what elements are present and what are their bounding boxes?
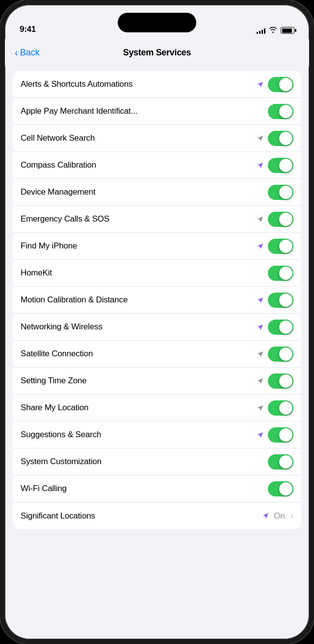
row-right-motion-calibration <box>256 293 293 308</box>
row-significant-locations[interactable]: Significant Locations On › <box>13 502 301 529</box>
row-right-apple-pay <box>268 104 293 119</box>
location-arrow-purple-icon <box>262 512 270 520</box>
row-right-wifi-calling <box>268 481 293 496</box>
row-right-alerts-shortcuts <box>256 77 293 92</box>
toggle-knob <box>279 401 292 415</box>
signal-bars-icon <box>257 27 265 34</box>
signal-bar-3 <box>262 30 263 34</box>
row-setting-time-zone: Setting Time Zone <box>13 368 301 395</box>
toggle-emergency-calls[interactable] <box>268 212 293 227</box>
toggle-setting-time-zone[interactable] <box>268 373 293 389</box>
location-arrow-gray-icon <box>256 377 264 385</box>
row-right-networking-wireless <box>256 320 293 335</box>
row-label-emergency-calls: Emergency Calls & SOS <box>21 214 256 224</box>
row-emergency-calls: Emergency Calls & SOS <box>13 206 301 233</box>
page-title: System Services <box>123 48 191 58</box>
row-label-wifi-calling: Wi-Fi Calling <box>21 484 268 494</box>
location-arrow-purple-icon <box>256 323 264 331</box>
row-right-emergency-calls <box>256 212 293 227</box>
dynamic-island <box>118 13 196 32</box>
back-button[interactable]: ‹ Back <box>15 47 40 58</box>
row-device-management: Device Management <box>13 179 301 206</box>
row-label-share-my-location: Share My Location <box>21 403 256 413</box>
chevron-right-icon: › <box>291 512 293 520</box>
row-label-homekit: HomeKit <box>21 268 268 278</box>
row-label-device-management: Device Management <box>21 187 268 197</box>
toggle-knob <box>279 428 292 442</box>
toggle-knob <box>279 347 292 361</box>
row-label-satellite-connection: Satellite Connection <box>21 349 256 359</box>
significant-locations-value: On <box>274 511 285 521</box>
row-label-motion-calibration: Motion Calibration & Distance <box>21 295 256 305</box>
toggle-find-my-iphone[interactable] <box>268 239 293 254</box>
toggle-knob <box>279 78 292 91</box>
settings-group: Alerts & Shortcuts Automations Apple Pay… <box>13 71 301 529</box>
row-networking-wireless: Networking & Wireless <box>13 314 301 341</box>
location-arrow-gray-icon <box>256 134 264 142</box>
toggle-networking-wireless[interactable] <box>268 320 293 335</box>
row-wifi-calling: Wi-Fi Calling <box>13 475 301 502</box>
battery-icon <box>281 27 294 34</box>
row-motion-calibration: Motion Calibration & Distance <box>13 287 301 314</box>
toggle-system-customization[interactable] <box>268 454 293 470</box>
toggle-device-management[interactable] <box>268 185 293 200</box>
row-label-setting-time-zone: Setting Time Zone <box>21 376 256 386</box>
toggle-suggestions-search[interactable] <box>268 427 293 443</box>
row-apple-pay: Apple Pay Merchant Identificat... <box>13 98 301 125</box>
back-label: Back <box>20 48 40 58</box>
toggle-compass-calibration[interactable] <box>268 158 293 173</box>
row-label-system-customization: System Customization <box>21 457 268 467</box>
toggle-share-my-location[interactable] <box>268 400 293 416</box>
toggle-motion-calibration[interactable] <box>268 293 293 308</box>
nav-bar: ‹ Back System Services <box>5 39 309 66</box>
row-right-device-management <box>268 185 293 200</box>
toggle-alerts-shortcuts[interactable] <box>268 77 293 92</box>
toggle-knob <box>279 321 292 334</box>
toggle-knob <box>279 482 292 495</box>
toggle-homekit[interactable] <box>268 266 293 281</box>
toggle-knob <box>279 105 292 118</box>
row-label-suggestions-search: Suggestions & Search <box>21 430 256 440</box>
toggle-knob <box>279 294 292 307</box>
toggle-apple-pay[interactable] <box>268 104 293 119</box>
toggle-knob <box>279 132 292 145</box>
row-right-homekit <box>268 266 293 281</box>
row-homekit: HomeKit <box>13 260 301 287</box>
location-arrow-purple-icon <box>256 431 264 439</box>
toggle-knob <box>279 213 292 226</box>
status-icons <box>257 26 294 34</box>
content-area: Alerts & Shortcuts Automations Apple Pay… <box>5 66 309 639</box>
location-arrow-gray-icon <box>256 215 264 223</box>
toggle-knob <box>279 374 292 388</box>
row-system-customization: System Customization <box>13 448 301 475</box>
toggle-cell-network[interactable] <box>268 131 293 146</box>
row-compass-calibration: Compass Calibration <box>13 152 301 179</box>
row-label-alerts-shortcuts: Alerts & Shortcuts Automations <box>21 79 256 89</box>
row-alerts-shortcuts: Alerts & Shortcuts Automations <box>13 71 301 98</box>
wifi-icon <box>269 26 277 34</box>
row-satellite-connection: Satellite Connection <box>13 341 301 368</box>
toggle-knob <box>279 186 292 199</box>
toggle-knob <box>279 267 292 280</box>
toggle-satellite-connection[interactable] <box>268 347 293 362</box>
location-arrow-purple-icon <box>256 242 264 250</box>
row-label-find-my-iphone: Find My iPhone <box>21 241 256 251</box>
row-right-share-my-location <box>256 400 293 416</box>
signal-bar-2 <box>259 31 261 34</box>
row-right-find-my-iphone <box>256 239 293 254</box>
row-right-system-customization <box>268 454 293 470</box>
toggle-knob <box>279 240 292 253</box>
toggle-knob <box>279 455 292 469</box>
location-arrow-purple-icon <box>256 296 264 304</box>
row-label-significant-locations: Significant Locations <box>21 511 262 521</box>
location-arrow-purple-icon <box>256 161 264 169</box>
battery-fill <box>282 28 292 33</box>
back-chevron-icon: ‹ <box>15 47 18 58</box>
signal-bar-4 <box>264 28 265 34</box>
row-find-my-iphone: Find My iPhone <box>13 233 301 260</box>
toggle-wifi-calling[interactable] <box>268 481 293 496</box>
phone-frame: 9:41 ‹ Back Syst <box>0 0 314 644</box>
row-right-setting-time-zone <box>256 373 293 389</box>
row-right-suggestions-search <box>256 427 293 443</box>
location-arrow-gray-icon <box>256 350 264 358</box>
